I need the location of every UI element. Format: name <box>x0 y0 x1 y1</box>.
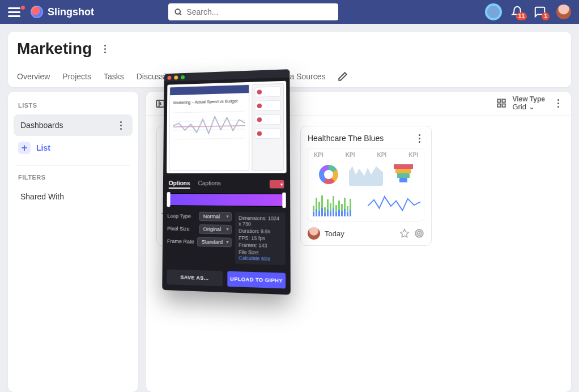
svg-point-11 <box>419 233 420 234</box>
tab-captions[interactable]: Captions <box>198 180 220 189</box>
upload-to-giphy-button[interactable]: UPLOAD TO GIPHY <box>227 271 286 289</box>
area-chart-icon <box>349 161 383 186</box>
search-icon <box>174 7 182 16</box>
calculate-size-link[interactable]: Calculate size <box>239 255 270 262</box>
tab-projects[interactable]: Projects <box>62 66 91 87</box>
svg-rect-7 <box>503 104 505 107</box>
assistant-avatar-icon[interactable] <box>486 5 501 19</box>
svg-rect-4 <box>498 100 501 103</box>
app-name: Slingshot <box>48 6 94 18</box>
preview-line-chart-icon <box>173 105 245 148</box>
pixel-size-select[interactable]: Original <box>199 224 232 234</box>
notifications-badge: 11 <box>516 12 527 20</box>
card-author-avatar <box>308 227 320 240</box>
svg-rect-5 <box>503 100 505 103</box>
plus-icon: + <box>18 142 31 154</box>
svg-point-10 <box>417 231 422 236</box>
grid-icon <box>496 98 506 108</box>
traffic-light-close-icon[interactable] <box>167 75 171 79</box>
svg-line-13 <box>173 120 245 122</box>
page-title: Marketing <box>17 40 92 58</box>
add-list-button[interactable]: + List <box>14 136 133 160</box>
menu-notification-dot <box>21 6 25 10</box>
notifications-button[interactable]: 11 <box>511 6 523 18</box>
loop-type-label: Loop Type <box>167 213 191 219</box>
card-thumbnail: KPI KPI KPI KPI <box>308 148 424 221</box>
sidebar: LISTS Dashboards + List FILTERS Shared W… <box>8 92 138 392</box>
kpi-label: KPI <box>408 152 418 158</box>
top-bar: Slingshot 11 1 <box>0 0 579 24</box>
page-more-button[interactable] <box>100 44 110 54</box>
chevron-down-icon: ⌄ <box>529 103 535 111</box>
filters-header: FILTERS <box>14 172 133 186</box>
pixel-size-label: Pixel Size <box>167 225 190 232</box>
tab-options[interactable]: Options <box>169 180 190 189</box>
save-as-button[interactable]: SAVE AS... <box>167 269 223 286</box>
content-more-button[interactable] <box>553 98 563 108</box>
funnel-chart-icon <box>386 161 420 186</box>
frame-rate-label: Frame Rate <box>167 238 194 245</box>
svg-point-0 <box>175 9 180 14</box>
frame-rate-select[interactable]: Standard <box>198 237 232 248</box>
timeline-handle-left[interactable] <box>167 192 171 207</box>
add-list-label: List <box>36 143 50 152</box>
card-timestamp: Today <box>325 229 344 238</box>
view-type-value: Grid⌄ <box>512 103 545 111</box>
gif-export-window[interactable]: Marketing – Actual Spend vs Budget Optio… <box>162 69 291 295</box>
svg-rect-6 <box>498 104 501 107</box>
sidebar-item-dashboards[interactable]: Dashboards <box>14 114 133 136</box>
kpi-label: KPI <box>314 152 323 158</box>
messages-badge: 1 <box>542 12 550 20</box>
export-metadata: Dimensions: 1024 x 730 Duration: 9.6s FP… <box>235 212 286 265</box>
svg-line-12 <box>173 111 245 113</box>
traffic-light-zoom-icon[interactable] <box>181 75 185 79</box>
user-avatar[interactable] <box>556 5 571 19</box>
donut-chart-icon <box>312 161 346 186</box>
sidebar-item-more[interactable] <box>116 120 126 130</box>
svg-marker-8 <box>401 229 409 237</box>
brand: Slingshot <box>31 6 94 18</box>
dashboard-card[interactable]: Healthcare The Blues KPI KPI KPI KPI <box>300 126 432 246</box>
record-dropdown[interactable] <box>270 180 284 189</box>
target-icon[interactable] <box>414 228 424 238</box>
recording-preview: Marketing – Actual Spend vs Budget <box>167 81 287 173</box>
star-icon[interactable] <box>399 228 410 238</box>
messages-button[interactable]: 1 <box>534 6 546 18</box>
view-type-label: View Type <box>512 96 545 103</box>
menu-button[interactable] <box>8 5 23 19</box>
app-logo-icon <box>31 6 43 18</box>
kpi-label: KPI <box>377 152 387 158</box>
search-input[interactable] <box>186 7 332 16</box>
tab-tasks[interactable]: Tasks <box>104 66 124 87</box>
sidebar-item-label: Dashboards <box>20 121 63 130</box>
sidebar-divider <box>16 165 130 166</box>
tab-overview[interactable]: Overview <box>17 66 50 87</box>
edit-tabs-icon[interactable] <box>338 71 348 82</box>
search-box[interactable] <box>168 3 338 20</box>
line-chart-icon <box>368 189 420 218</box>
view-type-selector[interactable]: View Type Grid⌄ <box>496 96 545 111</box>
sidebar-item-shared-with[interactable]: Shared With <box>14 186 133 207</box>
timeline-scrubber[interactable] <box>168 193 286 207</box>
timeline-handle-right[interactable] <box>282 193 286 208</box>
card-title: Healthcare The Blues <box>308 134 384 143</box>
bar-chart-icon <box>312 189 364 218</box>
loop-type-select[interactable]: Normal <box>199 212 231 221</box>
traffic-light-minimize-icon[interactable] <box>174 75 178 79</box>
preview-chart-title: Marketing – Actual Spend vs Budget <box>173 99 245 104</box>
svg-line-15 <box>173 138 245 139</box>
kpi-label: KPI <box>346 152 355 158</box>
svg-line-1 <box>180 14 181 15</box>
card-more-button[interactable] <box>414 133 424 143</box>
lists-header: LISTS <box>14 100 133 114</box>
